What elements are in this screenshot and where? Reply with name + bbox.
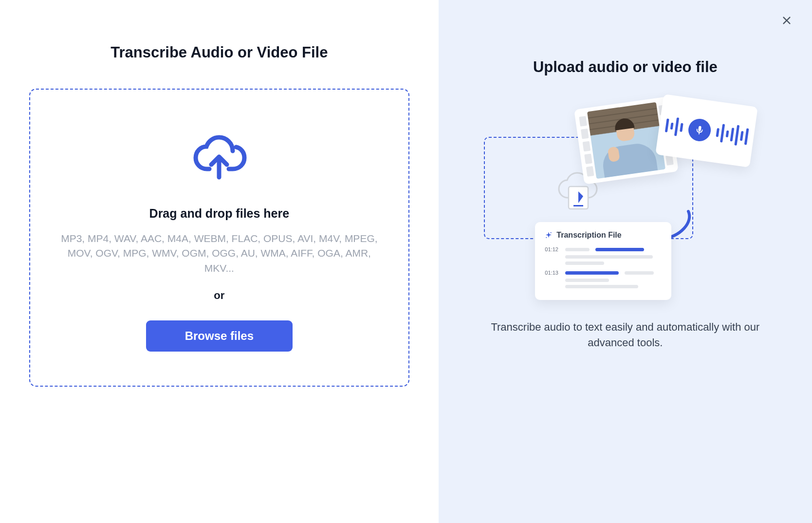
page-title: Transcribe Audio or Video File <box>111 44 328 61</box>
upload-title: Upload audio or video file <box>533 58 718 76</box>
svg-point-5 <box>546 237 547 238</box>
sparkle-icon <box>545 231 553 239</box>
supported-formats-label: MP3, MP4, WAV, AAC, M4A, WEBM, FLAC, OPU… <box>55 231 384 276</box>
video-thumbnail <box>587 102 665 179</box>
cloud-upload-icon <box>190 129 248 183</box>
waveform-left-icon <box>664 116 684 137</box>
audio-file-card <box>656 94 758 168</box>
svg-rect-1 <box>573 205 583 206</box>
left-panel: Transcribe Audio or Video File Drag and … <box>0 0 439 523</box>
svg-line-3 <box>699 132 700 134</box>
description-text: Transcribe audio to text easily and auto… <box>484 319 766 351</box>
browse-files-button[interactable]: Browse files <box>146 320 293 352</box>
transcription-file-card: Transcription File 01:12 01:13 <box>535 222 671 300</box>
svg-rect-2 <box>698 126 701 131</box>
microphone-icon <box>687 117 712 142</box>
close-icon <box>781 15 792 26</box>
svg-point-4 <box>551 232 552 233</box>
illustration: Transcription File 01:12 01:13 <box>484 95 766 300</box>
file-dropzone[interactable]: Drag and drop files here MP3, MP4, WAV, … <box>29 89 409 387</box>
or-separator: or <box>214 289 224 302</box>
timestamp-2: 01:13 <box>545 270 559 276</box>
close-button[interactable] <box>780 14 794 27</box>
transcription-card-title: Transcription File <box>556 231 621 240</box>
drag-drop-label: Drag and drop files here <box>149 206 290 221</box>
timestamp-1: 01:12 <box>545 246 559 252</box>
waveform-right-icon <box>715 122 749 147</box>
right-panel: Upload audio or video file <box>439 0 812 523</box>
